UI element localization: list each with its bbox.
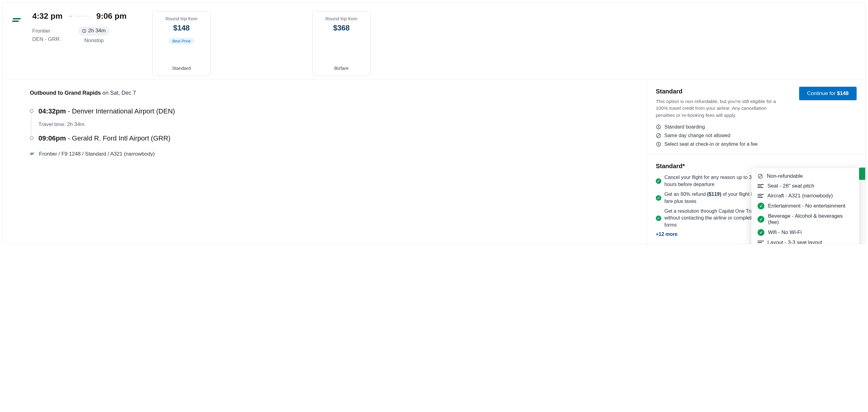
amenity-item: Entertainment - No entertainment: [757, 202, 853, 210]
fare-label: Round trip from: [165, 16, 197, 21]
amenity-item: Wifi - No Wi-Fi: [757, 229, 853, 236]
fare-name: Standard: [172, 59, 191, 71]
lines-icon: [757, 184, 764, 188]
amenities-popover: Non-refundableSeat - 28" seat pitchAircr…: [751, 168, 859, 244]
best-price-badge: Best Price: [168, 38, 194, 44]
arrival-line: 09:06pm - Gerald R. Ford Intl Airport (G…: [38, 134, 634, 142]
fare-card-bizfare[interactable]: Round trip from $368 Bizfare: [312, 11, 371, 76]
flight-result-card: 4:32 pm 9:06 pm Frontier DEN - GRR 2h 34…: [2, 2, 866, 244]
feature-item: $Standard boarding: [656, 124, 857, 130]
check-icon: [656, 216, 661, 221]
lines-icon: [757, 194, 764, 198]
flight-path-line: [69, 14, 90, 19]
flight-meta: Frontier / F9 1248 / Standard / A321 (na…: [30, 151, 634, 157]
stops-label: Nonstop: [84, 37, 104, 44]
plane-icon: [69, 14, 73, 19]
fare-detail-panel: Standard Continue for $148 This option i…: [647, 79, 865, 244]
partial-green-button[interactable]: [859, 167, 866, 180]
fare-name: Bizfare: [334, 59, 349, 71]
dollar-icon: $: [656, 141, 661, 147]
check-icon: [656, 178, 661, 184]
amenity-item: Beverage - Alcohol & beverages (fee): [757, 213, 853, 225]
detail-row: Outbound to Grand Rapids on Sat, Dec 7 0…: [3, 79, 865, 244]
fare-price: $148: [173, 24, 189, 32]
svg-text:$: $: [658, 142, 659, 146]
feature-item: Same day change not allowed: [656, 133, 857, 138]
continue-button[interactable]: Continue for $148: [799, 87, 857, 100]
airline-logo-small-icon: [30, 151, 35, 157]
ban-icon: [656, 133, 661, 138]
feature-item: $Select seat at check-in or anytime for …: [656, 141, 857, 147]
fare-price: $368: [333, 24, 349, 32]
check-icon: [757, 202, 764, 210]
flight-times-block: 4:32 pm 9:06 pm Frontier DEN - GRR 2h 34…: [32, 11, 137, 44]
duration-pill: 2h 34m: [78, 26, 110, 36]
dollar-icon: $: [656, 124, 661, 130]
travel-time: Travel time: 2h 34m: [38, 122, 634, 128]
more-link[interactable]: +12 more: [656, 231, 678, 237]
ban-icon: [757, 173, 763, 179]
fare-standard-section: Standard Continue for $148 This option i…: [647, 79, 865, 154]
amenity-item: Aircraft - A321 (narrowbody): [757, 193, 853, 199]
outbound-heading: Outbound to Grand Rapids on Sat, Dec 7: [30, 90, 634, 96]
amenity-item: Layout - 3-3 seat layout: [757, 240, 853, 244]
depart-time: 4:32 pm: [32, 11, 62, 21]
fare-feature-list: $Standard boardingSame day change not al…: [656, 124, 857, 147]
duration-text: 2h 34m: [88, 28, 106, 34]
check-icon: [656, 195, 661, 201]
svg-line-8: [759, 175, 762, 178]
route-codes: DEN - GRR: [32, 35, 60, 43]
departure-line: 04:32pm - Denver International Airport (…: [38, 107, 634, 115]
airline-name: Frontier: [32, 27, 60, 35]
fare-card-standard[interactable]: Round trip from $148 Best Price Standard: [152, 11, 211, 76]
itinerary-panel: Outbound to Grand Rapids on Sat, Dec 7 0…: [3, 79, 647, 244]
fare-standard-star-section: Standard* Cancel your flight for any rea…: [647, 154, 865, 244]
fare-description: This option is non-refundable, but you'r…: [656, 98, 779, 119]
amenity-item: Seat - 28" seat pitch: [757, 183, 853, 189]
fare-cards: Round trip from $148 Best Price Standard…: [152, 11, 371, 76]
clock-icon: [82, 29, 87, 33]
svg-text:$: $: [658, 125, 659, 129]
amenity-item: Non-refundable: [757, 173, 853, 179]
lines-icon: [757, 241, 764, 244]
fare-label: Round trip from: [326, 16, 357, 21]
arrive-time: 9:06 pm: [96, 11, 126, 21]
check-icon: [757, 216, 764, 223]
summary-row: 4:32 pm 9:06 pm Frontier DEN - GRR 2h 34…: [3, 3, 865, 79]
check-icon: [757, 229, 764, 236]
airline-logo-icon: [12, 14, 23, 26]
svg-line-4: [657, 134, 660, 137]
